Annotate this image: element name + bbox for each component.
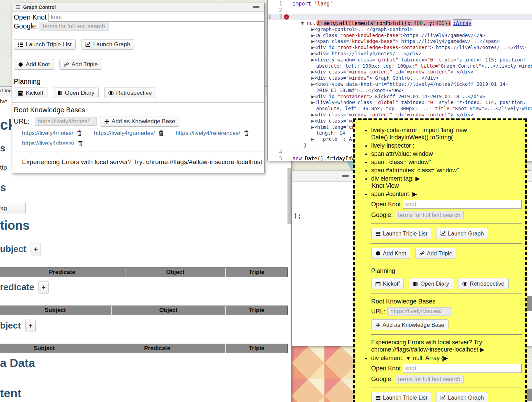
retrospective-button[interactable]: Retrospective <box>104 88 156 98</box>
code-line[interactable]: lively.allElementsFromPoint({x:400, y:40… <box>290 14 472 20</box>
add-object-button[interactable]: + <box>25 320 36 332</box>
table-column-header: Object <box>125 268 226 277</box>
graph-control-titlebar[interactable]: ☰ Graph Control <box>12 3 264 12</box>
inspector-tree-line[interactable]: ▶<div id="root-knowledge-bases-container… <box>268 45 532 51</box>
tooltip-item: div element: ▼ null: Array {▶ Open Knot … <box>371 355 522 402</box>
knowledge-base-link[interactable]: https://lively4/notes/ <box>22 130 73 137</box>
kb-url-input[interactable] <box>35 117 97 126</box>
local-server-hint: Experiencing Errors with local server? T… <box>371 339 522 353</box>
code-line[interactable] <box>290 7 292 14</box>
inspector-tree-line[interactable]: ▶<lively-window class="global" tabindex=… <box>268 57 532 63</box>
code-fragment: ); <box>293 212 301 219</box>
trash-icon[interactable] <box>78 141 83 146</box>
error-icon[interactable]: x <box>284 14 289 20</box>
code-line[interactable]: import 'lang' <box>290 1 333 7</box>
root-kb-heading: Root Knowledge Bases <box>371 298 522 305</box>
open-knot-input[interactable] <box>48 13 264 22</box>
trash-icon[interactable] <box>244 130 249 136</box>
inspector-tree-line[interactable]: ▶<a class="open-knowledge-base">https://… <box>268 33 532 39</box>
inspector-tree-line[interactable]: ▶<div class="window-content" id="window-… <box>268 69 532 75</box>
open-knot-input[interactable] <box>403 364 522 373</box>
list-icon <box>375 395 380 400</box>
launch-triple-list-button[interactable]: Launch Triple List <box>14 39 76 50</box>
add-knowledge-base-button[interactable]: Add as Knowledge Base <box>100 116 179 127</box>
editor-line-2[interactable]: 2 <box>268 7 532 14</box>
line-number: 1 <box>275 1 282 7</box>
book-icon <box>413 281 418 286</box>
heading-fragment-content: tent <box>0 387 21 400</box>
planning-heading: Planning <box>14 78 264 85</box>
inspector-tree-line[interactable]: ▶<span class="knowledge-base"> https://l… <box>268 38 532 45</box>
inspector-tree-line[interactable]: ▶<div> https://lively4/notes/ ..</div> <box>268 51 532 57</box>
knowledge-base-link[interactable]: https://lively4/references/ <box>176 130 240 137</box>
editor-line-1[interactable]: 1 import 'lang' <box>268 1 532 7</box>
tooltip-item: span #attributes: class="window" <box>371 167 522 174</box>
trash-icon[interactable] <box>77 130 82 136</box>
local-server-hint: Experiencing Errors with local server? T… <box>14 155 264 166</box>
url-label: URL: <box>371 308 385 315</box>
knot-view-label: Knot View <box>372 182 522 189</box>
line-number: 2 <box>275 7 282 14</box>
knowledge-base-link[interactable]: https://lively4/gamedev/ <box>94 130 155 137</box>
google-search-input[interactable] <box>40 22 109 31</box>
open-knot-input[interactable] <box>403 200 522 209</box>
window-title: Graph Control <box>23 4 56 10</box>
tooltip-item: lively-inspector : <box>371 142 522 149</box>
type-annotation[interactable]: :Array <box>453 19 472 26</box>
list-icon <box>18 42 23 47</box>
editor-line-3[interactable]: ! 3 x lively.allElementsFromPoint({x:400… <box>268 14 532 20</box>
knowledge-base-item: https://lively4/references/ <box>176 130 249 137</box>
link-icon <box>419 251 424 256</box>
inspector-tree-line[interactable]: ▶<div class="window-content" id="window-… <box>268 112 532 118</box>
kickoff-button[interactable]: Kickoff <box>14 88 47 98</box>
inspector-tree-line[interactable]: ▶<div class="window"> Graph Control ..</… <box>268 75 532 81</box>
google-search-input[interactable] <box>395 211 464 219</box>
code-line[interactable] <box>290 149 292 156</box>
table-column-header: Subject <box>0 344 89 353</box>
retrospective-button[interactable]: Retrospective <box>458 278 509 289</box>
code-line[interactable]: new Date().fridayInW <box>290 156 355 162</box>
scrollbar-thumb[interactable] <box>527 296 532 311</box>
add-triple-button[interactable]: Add Triple <box>59 59 102 70</box>
knot-icon <box>375 251 380 256</box>
menu-icon[interactable]: ☰ <box>16 4 20 10</box>
google-label: Google: <box>371 376 393 383</box>
url-fragment[interactable]: ttp <box>0 164 7 171</box>
launch-graph-button[interactable]: Launch Graph <box>436 228 488 239</box>
add-knot-button[interactable]: Add Knot <box>371 248 410 259</box>
add-knowledge-base-button[interactable]: Add as Knowledge Base <box>371 319 448 331</box>
add-subject-button[interactable]: + <box>31 243 41 255</box>
add-knot-button[interactable]: Add Knot <box>14 59 54 70</box>
knowledge-base-link[interactable]: https://lively4/thesis/ <box>22 140 74 147</box>
open-knot-label: Open Knot <box>371 365 401 372</box>
open-diary-button[interactable]: Open Diary <box>53 88 99 98</box>
launch-graph-button[interactable]: Launch Graph <box>436 392 488 402</box>
inspector-tree-line[interactable]: absolute; left: 36.8px; top: 300px; ..."… <box>268 106 532 112</box>
table-column-header: Predicate <box>0 268 125 277</box>
link-fragment[interactable]: ive <box>0 98 8 105</box>
inspector-tree-line[interactable]: 2019_01_18.md">...</knot-view> <box>268 88 532 94</box>
kickoff-button[interactable]: Kickoff <box>371 278 404 289</box>
minimize-button[interactable] <box>342 175 349 177</box>
google-search-input[interactable] <box>395 375 464 383</box>
scrollbar-thumb[interactable] <box>287 168 291 224</box>
trash-icon[interactable] <box>158 130 164 136</box>
kb-url-input[interactable] <box>387 307 451 316</box>
launch-triple-list-button[interactable]: Launch Triple List <box>371 392 431 402</box>
launch-triple-list-button[interactable]: Launch Triple List <box>371 228 431 239</box>
add-predicate-button[interactable]: + <box>38 281 49 294</box>
scrollbar-thumb[interactable] <box>527 389 532 401</box>
subheading-predicate: redicate <box>0 282 34 292</box>
launch-graph-button[interactable]: Launch Graph <box>81 39 134 50</box>
calendar-icon <box>18 90 23 96</box>
add-tag-button[interactable]: d Tag <box>0 202 26 214</box>
minimize-button[interactable] <box>253 6 259 8</box>
heading-fragment-s2: s <box>0 181 6 194</box>
inspector-tree-line[interactable]: ▶<div id="container"> Kickoff 2019.01.14… <box>268 94 532 100</box>
inspector-tree-line[interactable]: absolute; left: 100px; top: 100px;" titl… <box>268 63 532 69</box>
open-diary-button[interactable]: Open Diary <box>409 278 453 289</box>
inspector-tree-line[interactable]: ▶<knot-view data-knot-url="https://livel… <box>268 81 532 88</box>
inspector-tooltip: lively-code-mirror : import 'lang' new D… <box>353 118 527 402</box>
add-triple-button[interactable]: Add Triple <box>415 248 456 259</box>
inspector-tree-line[interactable]: ▶<lively-window class="global" tabindex=… <box>268 100 532 106</box>
